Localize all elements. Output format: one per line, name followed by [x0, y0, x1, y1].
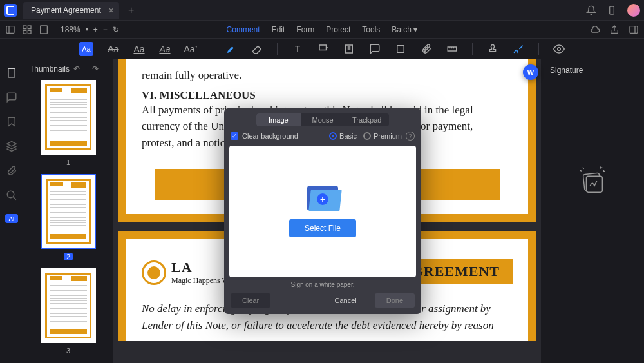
search-rail-icon[interactable] [6, 190, 17, 201]
page-view-icon[interactable] [39, 25, 49, 35]
rotate-right-icon[interactable]: ↷ [92, 64, 107, 74]
page-text: remain fully operative. [142, 67, 513, 84]
avatar[interactable] [627, 4, 640, 17]
brand-logo [142, 260, 166, 285]
document-tab[interactable]: Payment Agreement × [23, 2, 119, 19]
svg-rect-4 [23, 30, 26, 34]
svg-point-12 [558, 47, 561, 50]
modal-hint: Sign on a white paper. [224, 277, 421, 292]
ai-rail-icon[interactable]: AI [5, 214, 18, 223]
select-file-button[interactable]: Select File [289, 219, 356, 237]
marker-icon[interactable] [225, 43, 237, 55]
device-icon[interactable] [607, 5, 617, 15]
segment-mouse[interactable]: Mouse [301, 113, 345, 126]
menu-comment[interactable]: Comment [227, 25, 260, 34]
view-toolbar: 188% ▾ + − ↻ Comment Edit Form Protect T… [0, 21, 644, 39]
underline-icon[interactable]: Aa [133, 43, 145, 55]
strikethrough-icon[interactable]: Aa [108, 43, 119, 55]
comment-icon[interactable] [369, 43, 381, 55]
menu-batch[interactable]: Batch ▾ [392, 25, 417, 34]
measure-icon[interactable] [446, 43, 458, 55]
thumbnail-number: 1 [30, 159, 107, 166]
menu-protect[interactable]: Protect [326, 25, 350, 34]
bookmark-rail-icon[interactable] [6, 116, 17, 128]
separator [211, 43, 211, 55]
close-tab-icon[interactable]: × [109, 5, 114, 15]
refresh-icon[interactable]: ↻ [113, 25, 119, 34]
caret-icon[interactable]: Aa˅ [185, 43, 196, 55]
page-text: Lender of this Note, or failure to accel… [142, 317, 513, 334]
page-heading: VI. MISCELLANEOUS [142, 89, 513, 102]
main-menu: Comment Edit Form Protect Tools Batch ▾ [227, 25, 418, 34]
file-dropzone[interactable]: + Select File [229, 146, 416, 277]
menu-tools[interactable]: Tools [362, 25, 380, 34]
titlebar: Payment Agreement × + [0, 0, 644, 21]
zoom-control[interactable]: 188% ▾ + − ↻ [61, 25, 119, 34]
segment-image[interactable]: Image [256, 113, 301, 126]
textbox-icon[interactable]: T [292, 43, 303, 55]
stamp-icon[interactable] [487, 43, 498, 55]
svg-rect-13 [8, 68, 15, 77]
shape-icon[interactable] [395, 43, 406, 55]
left-rail: AI [0, 59, 23, 363]
cloud-icon[interactable] [590, 25, 600, 35]
rotate-left-icon[interactable]: ↶ [73, 64, 88, 74]
signature-modal: Image Mouse Trackpad ✓ Clear background … [224, 108, 421, 314]
separator [277, 43, 278, 55]
clear-background-checkbox[interactable]: ✓ [231, 132, 238, 140]
signature-panel: Signature [541, 59, 644, 363]
svg-rect-0 [610, 6, 614, 14]
new-tab-button[interactable]: + [123, 2, 140, 19]
eye-icon[interactable] [553, 43, 565, 55]
zoom-in-icon[interactable]: + [93, 25, 98, 34]
premium-label: Premium [374, 132, 402, 140]
layers-rail-icon[interactable] [6, 141, 17, 152]
clear-button[interactable]: Clear [231, 293, 270, 308]
svg-rect-5 [28, 30, 31, 34]
chevron-down-icon[interactable]: ▾ [86, 26, 88, 32]
panel-icon[interactable] [629, 25, 639, 35]
svg-rect-10 [397, 45, 404, 52]
comments-rail-icon[interactable] [6, 92, 17, 103]
thumbnail-number: 3 [30, 347, 107, 355]
thumbnail-page-3[interactable] [41, 268, 96, 343]
tab-title: Payment Agreement [31, 6, 101, 15]
attachment-icon[interactable] [421, 43, 432, 55]
eraser-icon[interactable] [251, 43, 263, 55]
segment-trackpad[interactable]: Trackpad [345, 113, 389, 126]
separator [472, 43, 473, 55]
zoom-out-icon[interactable]: − [103, 25, 108, 34]
signature-icon[interactable] [513, 43, 524, 55]
svg-rect-7 [630, 26, 638, 33]
svg-rect-2 [23, 26, 26, 29]
comment-toolbar: Aa Aa Aa Aa Aa˅ T [0, 39, 644, 59]
thumbnails-panel: Thumbnails ↶ ↷ 1 2 3 [23, 59, 113, 363]
menu-edit[interactable]: Edit [272, 25, 285, 34]
thumbnails-rail-icon[interactable] [6, 67, 17, 79]
separator [538, 43, 539, 55]
attachments-rail-icon[interactable] [6, 165, 17, 177]
callout-icon[interactable] [317, 43, 329, 55]
help-icon[interactable]: ? [406, 132, 415, 141]
svg-point-14 [7, 191, 14, 198]
thumbnail-page-1[interactable] [41, 80, 96, 155]
highlight-tool-icon[interactable]: Aa [79, 42, 93, 56]
note-icon[interactable] [343, 43, 355, 55]
thumbnail-page-2[interactable] [41, 174, 96, 249]
signature-illustration [578, 165, 607, 195]
basic-label: Basic [339, 132, 357, 140]
app-icon[interactable] [4, 4, 17, 17]
sidebar-toggle-icon[interactable] [5, 25, 15, 35]
share-icon[interactable] [609, 25, 620, 35]
basic-radio[interactable] [329, 132, 337, 140]
menu-form[interactable]: Form [296, 25, 314, 34]
done-button[interactable]: Done [375, 293, 415, 308]
bell-icon[interactable] [586, 5, 596, 15]
floating-badge[interactable]: W [523, 64, 538, 80]
premium-radio[interactable] [363, 132, 371, 140]
svg-rect-1 [6, 26, 14, 33]
squiggly-icon[interactable]: Aa [159, 43, 171, 55]
thumbnail-number: 2 [64, 253, 73, 260]
grid-view-icon[interactable] [22, 25, 32, 35]
cancel-button[interactable]: Cancel [323, 293, 368, 308]
